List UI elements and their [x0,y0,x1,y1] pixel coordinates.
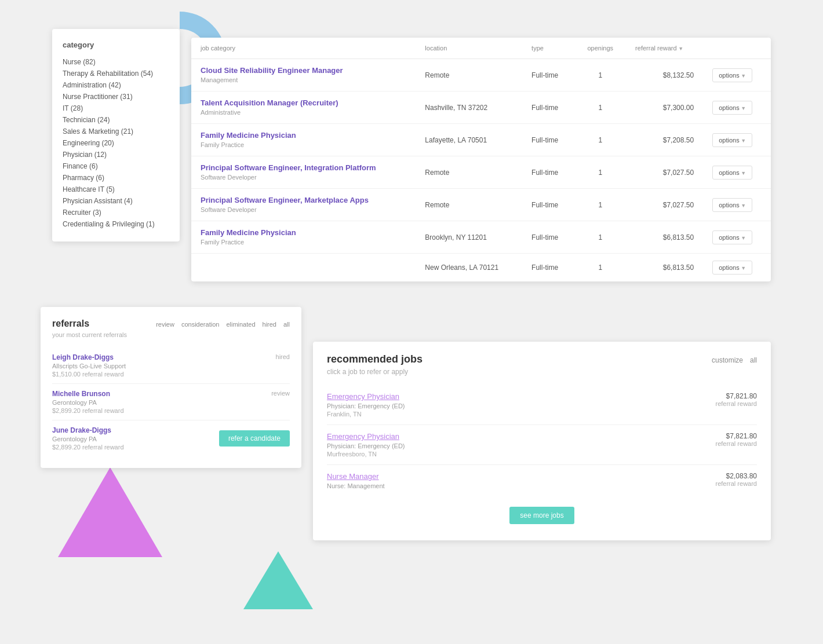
job-title[interactable]: Family Medicine Physician [201,228,406,237]
recommended-action[interactable]: all [750,356,757,364]
referral-tab[interactable]: eliminated [226,321,255,328]
job-info [191,254,416,282]
job-options-cell: options [703,124,771,156]
referral-reward: $2,899.20 referral reward [52,407,290,414]
referral-tab[interactable]: review [156,321,174,328]
category-item[interactable]: Physician (12) [63,149,169,160]
list-item: Michelle Brunson Gerontology PA $2,899.2… [52,384,290,420]
category-item[interactable]: Engineering (20) [63,137,169,149]
referral-reward: $1,510.00 referral reward [52,371,290,378]
job-title[interactable]: Family Medicine Physician [201,131,406,140]
job-category: Software Developer [201,174,257,181]
options-button[interactable]: options [712,68,752,82]
rec-job-location: Franklin, TN [327,411,715,418]
options-button[interactable]: options [712,198,752,212]
list-item: Leigh Drake-Diggs Allscripts Go-Live Sup… [52,347,290,384]
job-reward: $6,813.50 [626,221,703,254]
table-row: Talent Acquisition Manager (Recruiter) A… [191,92,771,124]
recommended-actions: customizeall [712,356,757,364]
rec-job-reward: $7,821.80 referral reward [715,392,757,407]
rec-job-info: Emergency Physician Physician: Emergency… [327,392,715,418]
category-item[interactable]: Recruiter (3) [63,207,169,218]
job-type: Full-time [522,59,574,92]
category-item[interactable]: Therapy & Rehabilitation (54) [63,68,169,79]
category-item[interactable]: Pharmacy (6) [63,172,169,184]
referral-status: hired [276,353,290,360]
referrals-tabs: reviewconsiderationeliminatedhiredall [156,321,290,328]
options-button[interactable]: options [712,133,752,147]
rec-job-reward: $2,083.80 referral reward [715,472,757,487]
category-item[interactable]: Finance (6) [63,160,169,172]
category-item[interactable]: Administration (42) [63,79,169,91]
referral-tab[interactable]: all [283,321,290,328]
job-options-cell: options [703,156,771,189]
col-job-category: job category [191,38,416,59]
job-reward: $7,027.50 [626,156,703,189]
job-title[interactable]: Talent Acquisition Manager (Recruiter) [201,98,406,107]
job-openings: 1 [574,124,626,156]
job-type: Full-time [522,124,574,156]
col-type: type [522,38,574,59]
list-item: Nurse Manager Nurse: Management $2,083.8… [327,465,757,497]
table-row: Family Medicine Physician Family Practic… [191,124,771,156]
job-openings: 1 [574,189,626,221]
rec-job-title[interactable]: Nurse Manager [327,472,715,481]
category-item[interactable]: Nurse Practitioner (31) [63,91,169,103]
referrals-panel: referrals reviewconsiderationeliminatedh… [41,307,301,468]
job-options-cell: options [703,221,771,254]
recommended-action[interactable]: customize [712,356,743,364]
referral-tab[interactable]: hired [263,321,276,328]
category-item[interactable]: Sales & Marketing (21) [63,126,169,137]
list-item: Emergency Physician Physician: Emergency… [327,385,757,425]
job-title[interactable]: Cloud Site Reliability Engineer Manager [201,66,406,75]
job-location: Remote [416,59,522,92]
options-button[interactable]: options [712,166,752,180]
referral-status: review [271,390,290,397]
job-openings: 1 [574,254,626,282]
rec-job-category: Nurse: Management [327,482,715,489]
recommended-jobs-list: Emergency Physician Physician: Emergency… [327,385,757,497]
referral-tab[interactable]: consideration [181,321,219,328]
category-item[interactable]: IT (28) [63,103,169,114]
category-item[interactable]: Healthcare IT (5) [63,184,169,195]
job-category: Family Practice [201,141,244,148]
category-item[interactable]: Credentialing & Privileging (1) [63,218,169,230]
category-item[interactable]: Nurse (82) [63,56,169,68]
job-location: Lafayette, LA 70501 [416,124,522,156]
job-location: Nashville, TN 37202 [416,92,522,124]
col-referral-reward[interactable]: referral reward [626,38,703,59]
table-row: New Orleans, LA 70121 Full-time 1 $6,813… [191,254,771,282]
job-openings: 1 [574,156,626,189]
table-row: Principal Software Engineer, Marketplace… [191,189,771,221]
referrals-subtitle: your most current referrals [52,331,290,338]
referral-name[interactable]: Michelle Brunson [52,390,290,398]
options-button[interactable]: options [712,230,752,244]
job-info: Family Medicine Physician Family Practic… [191,124,416,156]
options-button[interactable]: options [712,261,752,275]
job-title[interactable]: Principal Software Engineer, Integration… [201,163,406,172]
see-more-button[interactable]: see more jobs [509,507,574,524]
refer-candidate-button[interactable]: refer a candidate [219,430,290,447]
category-item[interactable]: Physician Assistant (4) [63,195,169,207]
jobs-table: job category location type openings refe… [191,38,771,281]
jobs-tbody: Cloud Site Reliability Engineer Manager … [191,59,771,282]
recommended-panel: recommended jobs customizeall click a jo… [313,342,771,540]
job-options-cell: options [703,59,771,92]
category-panel: category Nurse (82)Therapy & Rehabilitat… [52,29,180,241]
rec-job-category: Physician: Emergency (ED) [327,442,715,449]
job-title[interactable]: Principal Software Engineer, Marketplace… [201,196,406,204]
referral-name[interactable]: Leigh Drake-Diggs [52,353,290,361]
rec-job-amount: $2,083.80 [715,472,757,480]
referral-company: Gerontology PA [52,399,290,406]
job-type: Full-time [522,221,574,254]
table-row: Principal Software Engineer, Integration… [191,156,771,189]
options-button[interactable]: options [712,101,752,115]
job-info: Principal Software Engineer, Integration… [191,156,416,189]
col-location: location [416,38,522,59]
rec-job-title[interactable]: Emergency Physician [327,432,715,441]
job-options-cell: options [703,92,771,124]
rec-job-title[interactable]: Emergency Physician [327,392,715,401]
referral-company: Allscripts Go-Live Support [52,363,290,369]
category-item[interactable]: Technician (24) [63,114,169,126]
job-reward: $7,208.50 [626,124,703,156]
